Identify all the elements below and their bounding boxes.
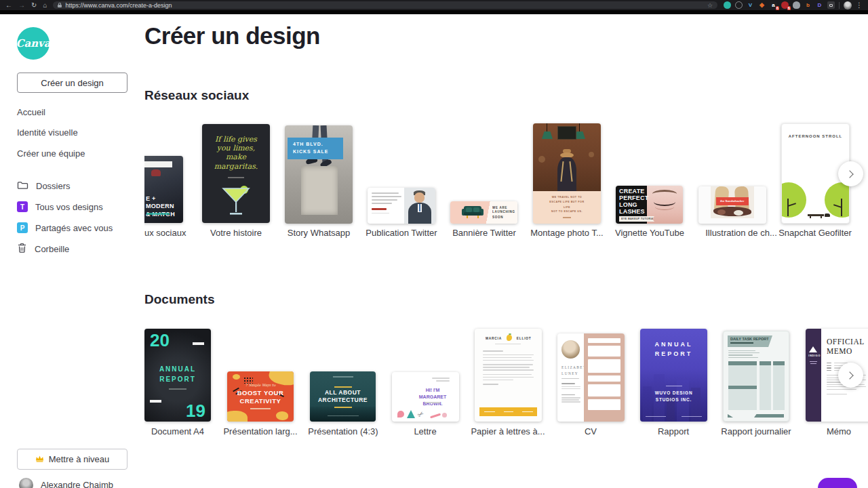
documents-templates-row: 20 ANNUAL REPORT 19 Document A4 7 Simple… xyxy=(144,319,868,447)
sidebar-item-identite-visuelle[interactable]: Identité visuelle xyxy=(17,127,78,138)
thumbnail-text: WE TRAVEL NOT TO ESCAPE LIFE BUT FOR LIF… xyxy=(546,195,588,214)
sidebar-item-creer-une-equipe[interactable]: Créer une équipe xyxy=(17,148,85,159)
decor xyxy=(233,374,240,380)
thumbnail-text: WUVO DESIGN STUDIOS INC. xyxy=(640,390,707,403)
thumbnail-text: ELLIOT xyxy=(517,336,532,340)
decor xyxy=(301,166,338,215)
folder-icon xyxy=(17,180,28,192)
decor xyxy=(227,411,248,422)
sofa-icon xyxy=(464,206,481,218)
decor xyxy=(333,376,353,378)
social-templates-row: E + MODERN & MATCH ux sociaux If life gi… xyxy=(144,119,868,242)
refresh-icon[interactable]: ↻ xyxy=(31,2,37,9)
browser-profile-avatar[interactable] xyxy=(844,1,852,9)
template-card-votre-histoire[interactable]: If life gives you limes, make margaritas… xyxy=(202,124,270,223)
extension-b-icon[interactable]: b xyxy=(804,1,812,9)
sidebar-item-dossiers[interactable]: Dossiers xyxy=(17,180,71,192)
thumbnail-text: If life gives you limes, make margaritas… xyxy=(202,135,270,171)
toolbar-separator xyxy=(839,2,840,9)
decor xyxy=(250,408,271,409)
decor: EYE MAKEUP TUTORIAL xyxy=(619,216,654,222)
decor xyxy=(276,411,288,420)
decor xyxy=(563,217,571,218)
thumbnail-text: ANNUAL REPORT xyxy=(640,340,707,359)
template-card-document-a4[interactable]: 20 ANNUAL REPORT 19 xyxy=(144,329,211,422)
decor xyxy=(728,350,760,358)
template-card-rapport-journalier[interactable]: DAILY TASK REPORT xyxy=(723,331,789,422)
decor xyxy=(334,407,352,408)
decor xyxy=(169,388,186,390)
template-card-presentation-large[interactable]: 7 Simple Ways to BOOST YOUR CREATIVITY xyxy=(227,371,294,422)
thumbnail-text: 4TH BLVD. KICKS SALE xyxy=(288,138,343,159)
sidebar-item-corbeille[interactable]: Corbeille xyxy=(17,243,69,256)
decor xyxy=(432,378,450,382)
canva-logo[interactable]: Canva xyxy=(17,27,50,60)
decor xyxy=(781,182,806,218)
user-account[interactable]: Alexandre Chaimb xyxy=(19,478,113,488)
decor xyxy=(728,361,757,410)
template-card-social-post[interactable]: E + MODERN & MATCH xyxy=(144,156,183,223)
designs-icon: T xyxy=(17,201,28,212)
sidebar-item-label: Tous vos designs xyxy=(35,202,103,212)
template-card-illustration[interactable]: the Sandwhacker xyxy=(698,186,766,224)
sidebar-item-partages-avec-vous[interactable]: P Partagés avec vous xyxy=(17,222,113,233)
extension-glyph: b xyxy=(806,3,810,8)
extension-v-icon[interactable]: V xyxy=(747,1,754,9)
extension-glyph: ◆ xyxy=(760,2,764,8)
template-card-publication-twitter[interactable] xyxy=(368,188,435,224)
trash-icon xyxy=(17,243,27,256)
extension-teal-dot-icon[interactable] xyxy=(724,1,731,9)
bookmark-star-icon[interactable]: ☆ xyxy=(707,2,713,9)
sidebar-item-accueil[interactable]: Accueil xyxy=(17,107,45,117)
create-design-button[interactable]: Créer un design xyxy=(17,73,127,93)
template-card-story-whatsapp[interactable]: 4TH BLVD. KICKS SALE xyxy=(285,125,353,224)
decor: the Sandwhacker xyxy=(716,197,749,205)
decor xyxy=(193,342,204,345)
template-card-rapport[interactable]: ANNUAL REPORT WUVO DESIGN STUDIOS INC. xyxy=(640,329,707,422)
decor xyxy=(228,177,244,178)
home-icon[interactable]: ⌂ xyxy=(43,2,47,9)
upgrade-button[interactable]: Mettre à niveau xyxy=(17,449,127,470)
sidebar: Canva Créer un design Accueil Identité v… xyxy=(0,14,144,488)
sidebar-item-tous-vos-designs[interactable]: T Tous vos designs xyxy=(17,201,103,212)
thumbnail-text: 19 xyxy=(186,401,205,422)
decor xyxy=(760,361,771,410)
template-card-vignette-youtube[interactable]: CREATE PERFECT LONG LASHES EYE MAKEUP TU… xyxy=(616,186,683,224)
decor xyxy=(397,411,404,418)
extension-a-icon[interactable]: a6 xyxy=(770,1,777,9)
url-text[interactable]: https://www.canva.com/create-a-design xyxy=(65,2,172,9)
decor xyxy=(151,169,161,176)
forward-icon[interactable]: → xyxy=(18,2,25,9)
template-card-lettre[interactable]: HI! I'M MARGARET BROWN. ✂ xyxy=(392,372,459,422)
back-icon[interactable]: ← xyxy=(5,2,12,9)
decor xyxy=(483,350,534,385)
address-bar[interactable]: https://www.canva.com/create-a-design ☆ xyxy=(53,1,717,9)
browser-toolbar: ← → ↻ ⌂ https://www.canva.com/create-a-d… xyxy=(0,0,868,10)
extension-d-icon[interactable]: D xyxy=(816,1,823,9)
thumbnail-text: ALL ABOUT ARCHITECTURE xyxy=(310,389,376,405)
browser-menu-icon[interactable]: ⋮ xyxy=(856,1,863,9)
decor xyxy=(825,214,830,217)
template-card-banniere-twitter[interactable]: WE ARE LAUNCHING SOON xyxy=(450,201,517,224)
extension-red-icon[interactable]: 6 xyxy=(781,1,789,9)
extension-glyph: a xyxy=(772,3,774,8)
social-row-next-button[interactable] xyxy=(838,161,863,186)
template-card-cv[interactable]: ELIZABETH LUNEY xyxy=(557,333,625,422)
thumbnail-text: AFTERNOON STROLL xyxy=(787,134,844,138)
decor xyxy=(787,199,789,216)
decor xyxy=(425,402,440,403)
thumbnail-text: EYE MAKEUP TUTORIAL xyxy=(619,218,655,220)
sidebar-item-label: Corbeille xyxy=(35,244,69,254)
extension-ring-icon[interactable] xyxy=(735,1,743,9)
decor xyxy=(728,414,733,418)
extension-diamond-icon[interactable]: ◆ xyxy=(758,1,766,9)
decor xyxy=(430,413,441,418)
template-card-presentation-43[interactable]: ALL ABOUT ARCHITECTURE xyxy=(310,371,376,422)
documents-row-next-button[interactable] xyxy=(838,363,863,388)
template-card-montage-photo[interactable]: WE TRAVEL NOT TO ESCAPE LIFE BUT FOR LIF… xyxy=(533,123,601,224)
template-card-papier-a-lettres[interactable]: MARCIA ELLIOT xyxy=(475,329,542,422)
shared-icon: P xyxy=(17,222,28,233)
help-button[interactable] xyxy=(818,478,857,488)
extension-camera-icon[interactable] xyxy=(827,1,835,9)
extension-ghost-icon[interactable] xyxy=(793,1,800,9)
